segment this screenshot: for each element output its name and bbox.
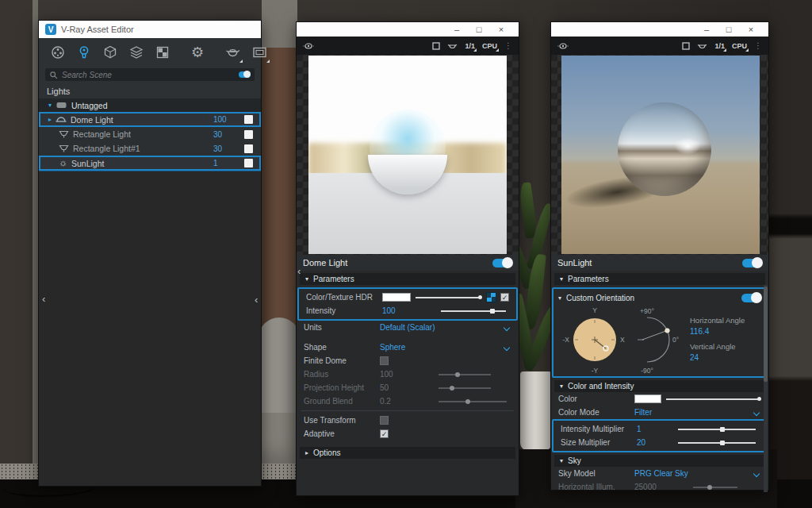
color-swatch[interactable] xyxy=(634,394,661,403)
close-button[interactable]: × xyxy=(490,21,512,37)
parameters-section-header[interactable]: ▾ Parameters xyxy=(300,273,515,285)
close-button[interactable]: × xyxy=(740,21,762,37)
param-value[interactable]: PRG Clear Sky xyxy=(634,469,688,478)
titlebar[interactable]: – □ × xyxy=(297,22,519,37)
chevron-down-icon[interactable] xyxy=(504,324,510,330)
texture-slot-icon[interactable] xyxy=(486,292,496,302)
chevron-down-icon[interactable] xyxy=(753,470,760,476)
param-row-shape[interactable]: Shape Sphere xyxy=(297,341,519,354)
search-input[interactable]: Search Scene xyxy=(45,68,255,81)
layers-button[interactable] xyxy=(128,44,144,61)
light-enabled-toggle[interactable] xyxy=(492,259,512,267)
intensity-multiplier-slider[interactable] xyxy=(678,425,759,434)
light-row-rectangle[interactable]: Rectangle Light 30 xyxy=(39,127,261,141)
light-enabled-toggle[interactable] xyxy=(742,259,762,267)
frame-buffer-button[interactable] xyxy=(251,44,268,61)
slider-handle[interactable] xyxy=(720,427,725,432)
frame-ratio-button[interactable]: 1/1 xyxy=(465,42,475,50)
light-intensity-value[interactable]: 30 xyxy=(213,130,240,139)
scrollbar-thumb[interactable] xyxy=(764,287,768,382)
color-slider[interactable] xyxy=(666,394,761,404)
param-row-color-mode[interactable]: Color Mode Filter xyxy=(551,406,768,419)
parameters-section-header[interactable]: ▾ Parameters xyxy=(554,273,765,285)
group-collapse-icon[interactable]: ▾ xyxy=(48,102,52,109)
finite-dome-checkbox[interactable] xyxy=(380,356,389,365)
color-intensity-section-header[interactable]: ▾ Color and Intensity xyxy=(554,380,765,392)
light-enabled-checkbox[interactable] xyxy=(244,115,253,124)
texture-enabled-checkbox[interactable]: ✓ xyxy=(500,293,509,302)
region-render-icon[interactable] xyxy=(682,42,690,50)
follow-mouse-icon[interactable] xyxy=(303,41,314,51)
chevron-down-icon[interactable] xyxy=(504,344,510,350)
param-row-units[interactable]: Units Default (Scalar) xyxy=(297,321,519,334)
asset-editor-collapse-right-icon[interactable]: ‹ xyxy=(255,294,258,306)
spacer xyxy=(297,334,519,341)
param-value[interactable]: Filter xyxy=(634,408,652,417)
frame-ratio-button[interactable]: 1/1 xyxy=(714,42,725,50)
settings-button[interactable]: ⚙ xyxy=(191,44,204,61)
maximize-button[interactable]: □ xyxy=(468,21,490,37)
minimize-button[interactable]: – xyxy=(446,21,468,37)
asset-editor-collapse-left-icon[interactable]: ‹ xyxy=(42,293,45,305)
more-menu-icon[interactable]: ⋮ xyxy=(504,41,512,50)
custom-orientation-header[interactable]: ▾ Custom Orientation xyxy=(553,291,766,305)
expand-icon[interactable]: ▸ xyxy=(48,116,52,123)
more-menu-icon[interactable]: ⋮ xyxy=(754,41,762,50)
slider-handle[interactable] xyxy=(757,397,761,401)
param-row-sky-model[interactable]: Sky Model PRG Clear Sky xyxy=(551,467,768,480)
follow-mouse-icon[interactable] xyxy=(557,41,569,51)
maximize-button[interactable]: □ xyxy=(718,21,740,37)
titlebar[interactable]: – □ × xyxy=(551,22,768,37)
custom-orientation-toggle[interactable] xyxy=(741,294,761,302)
size-multiplier-slider[interactable] xyxy=(678,438,759,448)
vertical-angle-arc[interactable] xyxy=(647,318,669,362)
light-enabled-checkbox[interactable] xyxy=(244,130,253,139)
region-render-icon[interactable] xyxy=(432,42,440,50)
light-enabled-checkbox[interactable] xyxy=(244,144,253,153)
light-enabled-checkbox[interactable] xyxy=(244,159,253,167)
param-value[interactable]: 100 xyxy=(382,306,441,315)
param-row-size-multiplier: Size Multiplier 20 xyxy=(553,436,766,449)
use-transform-checkbox[interactable] xyxy=(380,416,389,425)
asset-editor-titlebar[interactable]: V V-Ray Asset Editor xyxy=(39,21,261,38)
param-value[interactable]: 20 xyxy=(637,438,678,447)
light-intensity-value[interactable]: 30 xyxy=(213,144,240,153)
minimize-button[interactable]: – xyxy=(695,21,718,37)
light-name: SunLight xyxy=(71,159,209,168)
light-intensity-value[interactable]: 100 xyxy=(213,115,240,124)
materials-button[interactable] xyxy=(50,44,66,61)
slider-handle[interactable] xyxy=(720,441,725,445)
options-section-header[interactable]: ▸ Options xyxy=(300,447,515,459)
render-button[interactable] xyxy=(224,44,241,61)
geometry-button[interactable] xyxy=(102,44,118,61)
search-filter-toggle[interactable] xyxy=(239,71,251,78)
engine-selector-button[interactable]: CPU xyxy=(482,42,497,50)
param-value[interactable]: Sphere xyxy=(380,343,405,352)
textures-button[interactable] xyxy=(155,44,170,61)
vertical-angle-value[interactable]: 24 xyxy=(690,353,745,362)
slider-handle[interactable] xyxy=(490,309,495,314)
lights-button[interactable] xyxy=(76,44,92,61)
color-slider[interactable] xyxy=(416,293,482,302)
adaptive-checkbox[interactable]: ✓ xyxy=(380,429,389,438)
horizontal-angle-value[interactable]: 116.4 xyxy=(690,327,745,336)
render-teapot-icon[interactable] xyxy=(697,41,707,50)
light-row-dome[interactable]: ▸ Dome Light 100 xyxy=(39,112,261,127)
light-intensity-value[interactable]: 1 xyxy=(213,159,240,167)
light-row-sunlight[interactable]: ☼ SunLight 1 xyxy=(39,156,261,171)
engine-selector-button[interactable]: CPU xyxy=(732,42,747,50)
params-scrollbar[interactable] xyxy=(764,285,768,492)
color-swatch[interactable] xyxy=(382,293,411,302)
light-row-rectangle-1[interactable]: Rectangle Light#1 30 xyxy=(39,141,261,156)
slider-handle[interactable] xyxy=(478,295,482,299)
dome-window-collapse-icon[interactable]: ‹ xyxy=(297,265,301,277)
intensity-slider[interactable] xyxy=(441,306,509,316)
param-value[interactable]: 1 xyxy=(637,425,678,433)
slider-track xyxy=(441,310,506,312)
group-row-untagged[interactable]: ▾ Untagged xyxy=(39,98,261,112)
chevron-down-icon[interactable] xyxy=(753,409,760,415)
orientation-dials[interactable]: Y -X X -Y +90° 0° -90° xyxy=(553,305,685,375)
param-value[interactable]: Default (Scalar) xyxy=(380,323,435,332)
render-teapot-icon[interactable] xyxy=(447,41,458,50)
sky-section-header[interactable]: ▾ Sky xyxy=(554,455,765,467)
